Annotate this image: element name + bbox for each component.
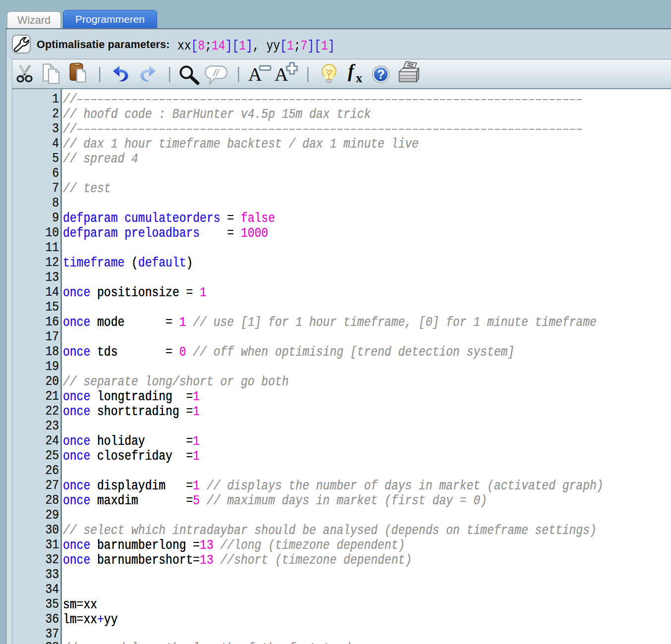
svg-text:f: f bbox=[348, 61, 356, 81]
svg-text:x: x bbox=[356, 71, 362, 85]
svg-text:?: ? bbox=[377, 67, 385, 82]
svg-text://: // bbox=[212, 67, 220, 78]
